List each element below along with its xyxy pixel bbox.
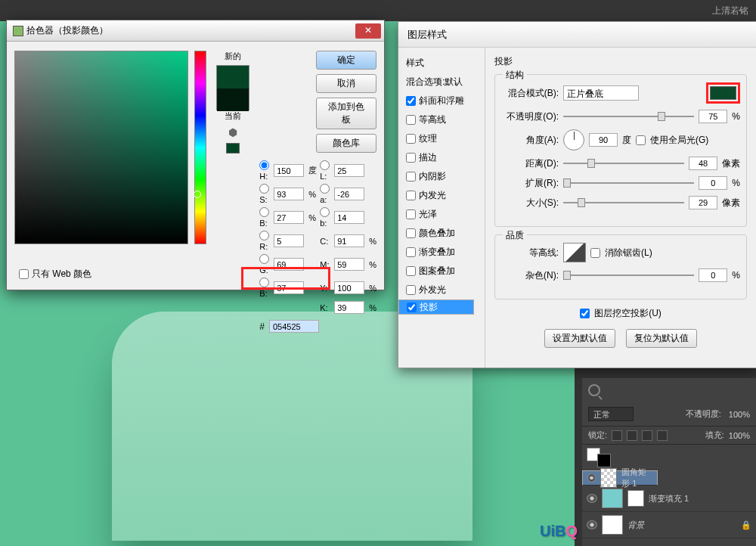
antialias-check[interactable] [590,248,600,258]
ok-button[interactable]: 确定 [316,51,376,70]
top-user: 上清若铭 [712,5,748,17]
l-input[interactable] [334,164,364,177]
style-list: 样式 混合选项:默认 斜面和浮雕 等高线 纹理 描边 内阴影 内发光 光泽 颜色… [398,48,485,368]
style-stroke[interactable]: 描边 [398,148,485,167]
zoom-icon[interactable] [588,384,600,396]
a-radio[interactable] [320,184,330,194]
shadow-color-swatch[interactable] [710,86,736,100]
reset-default-button[interactable]: 复位为默认值 [626,329,697,348]
watermark: UiBQ [540,523,578,540]
web-only-check[interactable] [19,269,29,279]
a-input[interactable] [334,188,364,200]
b-input[interactable] [334,211,364,224]
global-light-check[interactable] [636,135,646,145]
saturation-field[interactable] [14,51,188,244]
noise-slider[interactable] [563,275,694,276]
color-cursor [194,191,201,198]
layer-thumb[interactable] [602,515,623,535]
r-input[interactable] [274,234,304,247]
blend-options-default[interactable]: 混合选项:默认 [398,73,485,92]
new-current-swatch[interactable] [216,65,249,110]
cancel-button[interactable]: 取消 [316,74,376,93]
style-color-overlay[interactable]: 颜色叠加 [398,224,485,243]
structure-group: 结构 混合模式(B): 正片叠底 不透明度(O): % 角度(A): 度 [494,74,747,227]
mini-swatch[interactable] [226,143,240,154]
color-lib-button[interactable]: 颜色库 [316,134,376,153]
knockout-check[interactable] [580,309,590,318]
lock-position-icon[interactable] [642,430,652,441]
color-picker-title: 拾色器（投影颜色） [26,24,108,37]
mask-thumb[interactable] [627,490,644,507]
set-default-button[interactable]: 设置为默认值 [544,329,615,348]
l-radio[interactable] [320,160,330,170]
styles-header[interactable]: 样式 [398,54,485,73]
highlight-color-swatch [706,82,740,104]
g-input[interactable] [274,258,304,271]
bg-color[interactable] [597,454,611,467]
style-inner-shadow[interactable]: 内阴影 [398,167,485,186]
style-satin[interactable]: 光泽 [398,205,485,224]
eye-icon[interactable] [587,520,597,529]
eye-icon[interactable] [587,494,597,503]
style-drop-shadow[interactable]: 投影 [398,299,474,315]
bb-input[interactable] [274,281,304,294]
layer-thumb[interactable] [602,489,623,508]
spread-slider[interactable] [563,182,694,184]
size-input[interactable] [689,196,717,209]
layer-thumb[interactable] [600,468,617,488]
layer-row[interactable]: 背景 🔒 [582,512,756,538]
h-radio[interactable] [259,160,269,170]
contour-picker[interactable] [563,243,586,262]
angle-input[interactable] [589,133,618,147]
y-input[interactable] [334,281,364,294]
quality-group: 品质 等高线: 消除锯齿(L) 杂色(N): % [494,234,747,299]
blend-mode-layers[interactable]: 正常 [588,407,634,421]
h-input[interactable] [274,164,304,177]
panel-title: 投影 [494,55,747,68]
r-radio[interactable] [259,231,269,240]
g-radio[interactable] [259,254,269,264]
bb-radio[interactable] [259,278,269,287]
lock-icon: 🔒 [741,520,751,530]
distance-slider[interactable] [563,163,684,164]
blend-mode-select[interactable]: 正片叠底 [563,85,639,101]
style-texture[interactable]: 纹理 [398,129,485,148]
picker-icon [13,26,23,36]
spread-input[interactable] [699,176,727,190]
style-bevel[interactable]: 斜面和浮雕 [398,92,485,110]
style-inner-glow[interactable]: 内发光 [398,186,485,205]
s-input[interactable] [274,188,304,200]
bv-input[interactable] [274,211,304,224]
eye-icon[interactable] [587,473,596,482]
close-button[interactable]: ✕ [355,23,381,39]
lock-pixels-icon[interactable] [627,430,637,441]
layer-row[interactable]: 渐变填充 1 [582,486,756,512]
c-input[interactable] [334,234,364,247]
k-input[interactable] [334,301,364,314]
opacity-input[interactable] [699,110,727,123]
angle-dial[interactable] [563,129,584,150]
lock-transparent-icon[interactable] [612,430,622,441]
hue-slider[interactable] [194,51,206,244]
style-gradient-overlay[interactable]: 渐变叠加 [398,243,485,262]
hex-input[interactable] [269,320,319,333]
style-pattern-overlay[interactable]: 图案叠加 [398,262,485,281]
size-slider[interactable] [563,202,684,203]
style-outer-glow[interactable]: 外发光 [398,281,485,299]
layers-panel: 正常 不透明度: 100% 锁定: 填充: 100% 圆角矩形 1 渐变填充 1… [582,378,756,546]
opacity-slider[interactable] [563,116,694,117]
layer-style-dialog: 图层样式 样式 混合选项:默认 斜面和浮雕 等高线 纹理 描边 内阴影 内发光 … [398,21,756,368]
add-swatch-button[interactable]: 添加到色板 [316,98,376,129]
noise-input[interactable] [699,268,727,282]
distance-input[interactable] [689,157,717,170]
bv-radio[interactable] [259,207,269,217]
b-radio[interactable] [320,207,330,217]
layer-row[interactable]: 圆角矩形 1 [582,470,658,486]
m-input[interactable] [334,258,364,271]
layer-style-title: 图层样式 [398,22,756,48]
lock-all-icon[interactable] [657,430,668,441]
s-radio[interactable] [259,184,269,194]
cube-icon: ⬢ [212,126,253,138]
style-contour[interactable]: 等高线 [398,110,485,129]
color-picker-dialog: 拾色器（投影颜色） ✕ 新的 当前 ⬢ 确定 取消 添加到色板 颜色库 H:度 … [6,20,385,290]
